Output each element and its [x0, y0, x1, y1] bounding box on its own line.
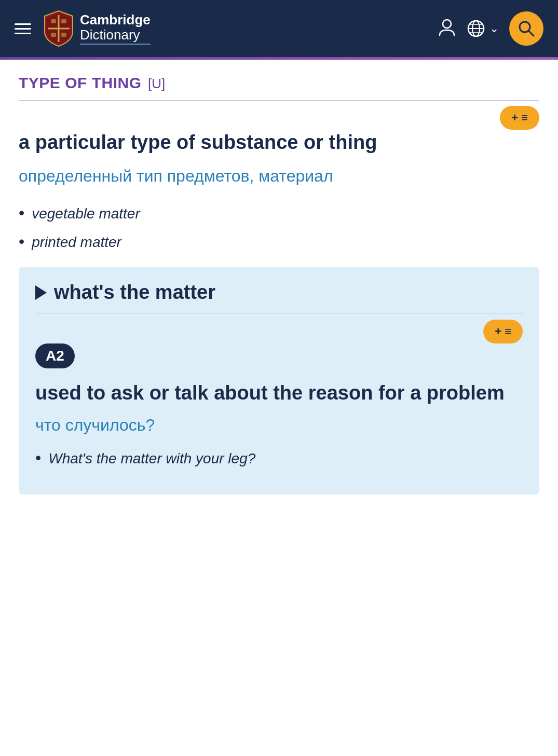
- phrase-definition-russian: что случилось?: [35, 416, 523, 435]
- phrase-title: what's the matter: [54, 281, 215, 304]
- examples-list: vegetable matter printed matter: [19, 203, 539, 251]
- header-left: Cambridge Dictionary: [15, 10, 151, 47]
- definition-english: a particular type of substance or thing: [19, 130, 539, 155]
- section-title: TYPE OF THING: [19, 74, 142, 91]
- cambridge-shield-icon: [44, 10, 74, 47]
- example-item: printed matter: [19, 232, 539, 251]
- search-icon: [518, 20, 535, 37]
- svg-rect-5: [61, 33, 66, 37]
- section-header: TYPE OF THING [U]: [19, 74, 539, 92]
- phrase-divider: [35, 313, 523, 313]
- section-badge: [U]: [148, 76, 165, 91]
- divider-row: + ≡: [19, 100, 539, 130]
- svg-rect-2: [51, 19, 56, 23]
- add-to-list-button[interactable]: + ≡: [500, 106, 539, 130]
- expand-triangle-icon[interactable]: [35, 285, 47, 300]
- phrase-section: what's the matter + ≡ A2 used to ask or …: [19, 267, 539, 494]
- phrase-header: what's the matter: [35, 281, 523, 304]
- globe-icon: [467, 19, 485, 38]
- language-selector-button[interactable]: ⌄: [467, 19, 499, 38]
- logo-container: Cambridge Dictionary: [44, 10, 151, 47]
- example-item: vegetable matter: [19, 203, 539, 223]
- dictionary-label: Dictionary: [80, 28, 151, 45]
- definition-russian: определенный тип предметов, материал: [19, 164, 539, 188]
- svg-rect-4: [51, 33, 56, 37]
- site-header: Cambridge Dictionary ⌄: [0, 0, 558, 57]
- add-list-btn-label: + ≡: [511, 111, 528, 125]
- phrase-example-item: What's the matter with your leg?: [35, 448, 523, 468]
- chevron-down-icon: ⌄: [489, 22, 499, 35]
- hamburger-menu-button[interactable]: [15, 23, 31, 34]
- phrase-definition-english: used to ask or talk about the reason for…: [35, 380, 523, 406]
- user-account-button[interactable]: [438, 18, 456, 40]
- level-badge: A2: [35, 343, 75, 368]
- header-right: ⌄: [438, 11, 543, 46]
- cambridge-label: Cambridge: [80, 12, 151, 28]
- phrase-add-to-list-button[interactable]: + ≡: [483, 320, 523, 343]
- svg-point-6: [443, 20, 451, 28]
- svg-rect-3: [61, 19, 66, 23]
- svg-line-13: [529, 31, 534, 36]
- search-button[interactable]: [509, 11, 543, 46]
- type-of-thing-section: TYPE OF THING [U] + ≡ a particular type …: [19, 74, 539, 251]
- phrase-examples-list: What's the matter with your leg?: [35, 448, 523, 468]
- main-content: TYPE OF THING [U] + ≡ a particular type …: [0, 60, 558, 509]
- logo-text: Cambridge Dictionary: [80, 12, 151, 44]
- phrase-add-btn-label: + ≡: [495, 325, 511, 338]
- section-divider: [19, 100, 539, 101]
- phrase-divider-row: + ≡: [35, 313, 523, 343]
